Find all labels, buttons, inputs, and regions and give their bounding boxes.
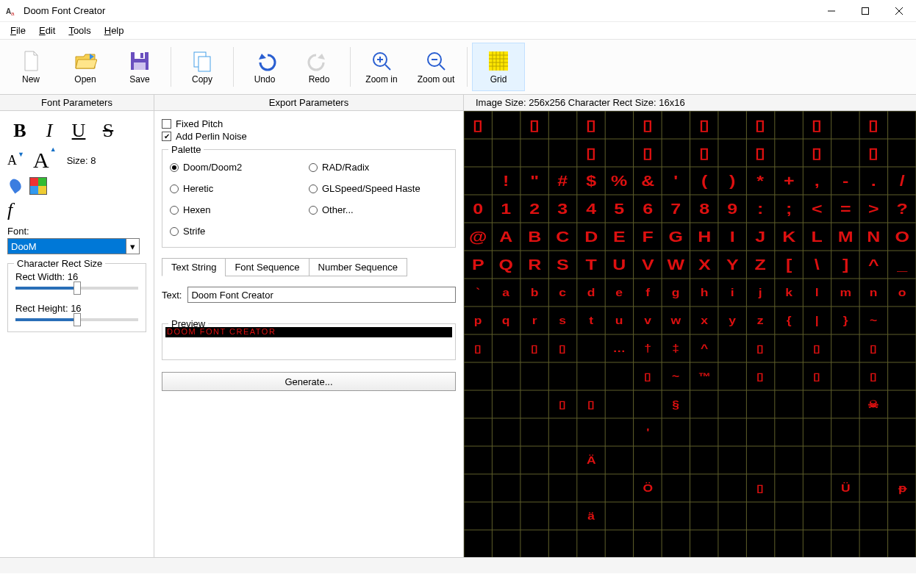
maximize-button[interactable] <box>848 0 882 22</box>
svg-rect-3 <box>862 7 869 14</box>
glyph-cell[interactable]: ᵽ <box>884 474 916 502</box>
font-select[interactable]: DooM ▾ <box>7 238 140 254</box>
text-input[interactable] <box>187 287 456 303</box>
open-button[interactable]: Open <box>59 43 112 91</box>
minimize-button[interactable] <box>815 0 848 22</box>
toolbar: New Open Save Copy Undo Redo Zoom in Zoo… <box>0 40 916 95</box>
rect-height-slider[interactable] <box>15 318 138 321</box>
grid-button[interactable]: Grid <box>472 43 525 91</box>
sequence-tabs: Text String Font Sequence Number Sequenc… <box>162 258 456 276</box>
tab-font-sequence[interactable]: Font Sequence <box>225 258 309 276</box>
svg-rect-19 <box>489 51 508 71</box>
menu-file[interactable]: File <box>4 24 32 37</box>
font-parameters-title: Font Parameters <box>0 95 154 111</box>
glyph-cell[interactable] <box>884 334 916 362</box>
glyph-grid: ▯▯▯▯▯▯▯▯▯▯▯▯▯▯!"#$%&'()*+,-./0123456789:… <box>464 111 916 557</box>
glyph-cell[interactable] <box>884 390 916 418</box>
glyph-cell[interactable] <box>884 306 916 334</box>
canvas-info: Image Size: 256x256 Character Rect Size:… <box>464 95 916 111</box>
glyph-cell[interactable] <box>884 418 916 446</box>
svg-rect-11 <box>198 57 210 71</box>
undo-button[interactable]: Undo <box>238 43 291 91</box>
palette-doom-radio[interactable]: Doom/Doom2 <box>170 162 309 173</box>
zoom-in-button[interactable]: Zoom in <box>355 43 408 91</box>
increase-size-button[interactable]: A▲ <box>33 148 49 173</box>
menu-edit[interactable]: Edit <box>33 24 61 37</box>
strike-button[interactable]: S <box>96 118 121 143</box>
font-style-button[interactable]: f <box>7 199 12 221</box>
bold-button[interactable]: B <box>7 118 32 143</box>
glyph-cell[interactable]: ? <box>884 195 916 223</box>
menu-tools[interactable]: Tools <box>62 24 96 37</box>
chevron-down-icon[interactable]: ▾ <box>126 239 139 254</box>
glyph-cell[interactable] <box>884 446 916 474</box>
export-parameters-panel: Export Parameters Fixed Pitch ✔Add Perli… <box>154 95 464 557</box>
palette-glspeed-radio[interactable]: GLSpeed/Speed Haste <box>309 183 448 194</box>
font-label: Font: <box>7 226 146 237</box>
zoom-out-button[interactable]: Zoom out <box>409 43 462 91</box>
font-canvas[interactable]: ▯▯▯▯▯▯▯▯▯▯▯▯▯▯!"#$%&'()*+,-./0123456789:… <box>464 111 916 557</box>
svg-line-13 <box>385 65 390 70</box>
decrease-size-button[interactable]: A▼ <box>7 153 17 168</box>
menu-help[interactable]: Help <box>99 24 130 37</box>
glyph-cell[interactable] <box>884 139 916 167</box>
window-title: Doom Font Creator <box>24 5 815 16</box>
palette-group: Palette Doom/Doom2 RAD/Radix Heretic GLS… <box>162 149 456 248</box>
glyph-cell[interactable]: / <box>884 167 916 195</box>
export-parameters-title: Export Parameters <box>154 95 463 111</box>
generate-button[interactable]: Generate... <box>162 372 456 391</box>
size-label: Size: 8 <box>67 155 96 166</box>
preview-canvas-panel: Image Size: 256x256 Character Rect Size:… <box>464 95 916 557</box>
palette-color-button[interactable] <box>29 177 47 195</box>
new-button[interactable]: New <box>4 43 57 91</box>
tab-number-sequence[interactable]: Number Sequence <box>309 258 407 276</box>
fixed-pitch-checkbox[interactable]: Fixed Pitch <box>162 118 456 129</box>
pen-color-button[interactable] <box>7 177 25 195</box>
rect-width-label: Rect Width: 16 <box>15 271 138 282</box>
palette-strife-radio[interactable]: Strife <box>170 226 309 237</box>
glyph-cell[interactable]: O <box>884 223 916 251</box>
italic-button[interactable]: I <box>37 118 62 143</box>
palette-hexen-radio[interactable]: Hexen <box>170 204 309 215</box>
svg-rect-9 <box>140 53 143 58</box>
font-parameters-panel: Font Parameters B I U S A▼ A▲ Size: 8 f … <box>0 95 154 557</box>
font-select-value: DooM <box>8 239 126 254</box>
glyph-cell[interactable]: _ <box>884 251 916 279</box>
glyph-cell[interactable] <box>884 362 916 390</box>
palette-rad-radio[interactable]: RAD/Radix <box>309 162 448 173</box>
glyph-cell[interactable] <box>884 502 916 530</box>
status-bar <box>0 557 916 573</box>
character-rect-group: Character Rect Size Rect Width: 16 Rect … <box>7 263 146 332</box>
redo-button[interactable]: Redo <box>293 43 346 91</box>
copy-button[interactable]: Copy <box>176 43 229 91</box>
palette-heretic-radio[interactable]: Heretic <box>170 183 309 194</box>
menu-bar: File Edit Tools Help <box>0 22 916 40</box>
preview-text: Doom Font Creator <box>165 327 452 337</box>
close-button[interactable] <box>882 0 916 22</box>
perlin-noise-checkbox[interactable]: ✔Add Perlin Noise <box>162 131 456 142</box>
underline-button[interactable]: U <box>66 118 91 143</box>
svg-line-17 <box>440 65 445 70</box>
palette-other-radio[interactable]: Other... <box>309 204 448 215</box>
app-icon: Aa <box>6 5 18 17</box>
svg-rect-8 <box>134 62 146 70</box>
title-bar: Aa Doom Font Creator <box>0 0 916 22</box>
glyph-cell[interactable]: o <box>884 279 916 306</box>
rect-height-label: Rect Height: 16 <box>15 303 138 314</box>
svg-text:a: a <box>11 10 15 17</box>
glyph-cell[interactable] <box>884 111 916 139</box>
rect-width-slider[interactable] <box>15 287 138 290</box>
preview-group: Preview Doom Font Creator <box>162 323 456 360</box>
tab-text-string[interactable]: Text String <box>162 258 226 276</box>
text-label: Text: <box>162 290 182 301</box>
save-button[interactable]: Save <box>113 43 166 91</box>
